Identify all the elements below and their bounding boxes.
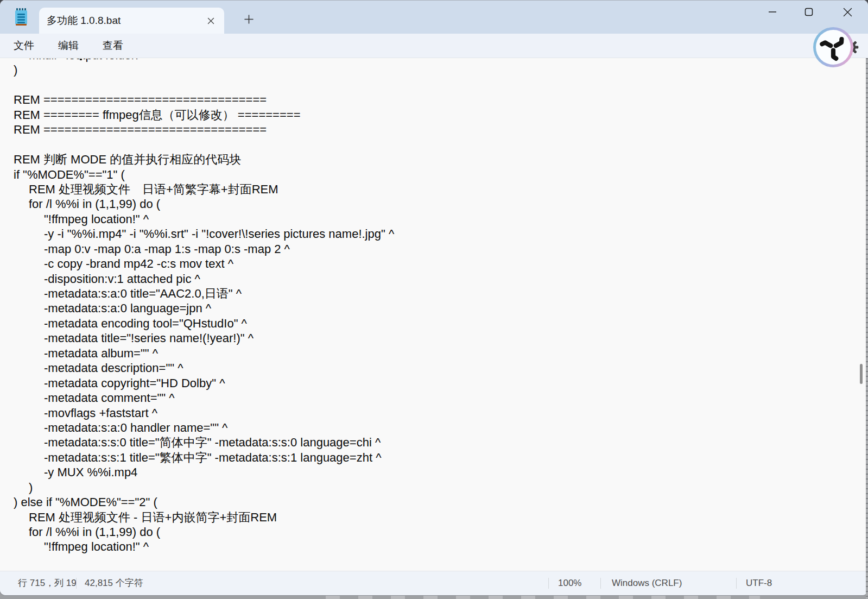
code-line: ): [0, 62, 868, 77]
code-line: -map 0:v -map 0:a -map 1:s -map 0:s -map…: [0, 242, 868, 256]
code-line: -metadata album="" ^: [0, 346, 868, 361]
window-controls: [760, 0, 868, 24]
code-line: REM ================================: [0, 92, 868, 107]
scrollbar-thumb[interactable]: [860, 364, 863, 384]
code-line: -metadata:s:a:0 handler name="" ^: [0, 420, 868, 435]
code-line: "!ffmpeg location!" ^: [0, 212, 868, 226]
cursor-position: 行 715，列 19: [18, 571, 77, 595]
code-line: -y MUX %%i.mp4: [0, 465, 868, 480]
code-line: if "%MODE%"=="1" (: [0, 167, 868, 182]
tab-title: 多功能 1.0.8.bat: [47, 8, 121, 34]
code-line: -metadata title="!series name!(!year!)" …: [0, 331, 868, 345]
code-line: mkdir "!output folder!": [0, 59, 868, 62]
line-ending[interactable]: Windows (CRLF): [612, 571, 682, 595]
code-line: for /l %%i in (1,1,99) do (: [0, 525, 868, 539]
minimize-button[interactable]: [760, 0, 785, 24]
code-line: ): [0, 480, 868, 495]
close-button[interactable]: [835, 0, 860, 24]
char-count: 42,815 个字符: [85, 571, 143, 595]
menu-item-file[interactable]: 文件: [14, 39, 34, 53]
maximize-button[interactable]: [796, 0, 821, 24]
code-line: -movflags +faststart ^: [0, 406, 868, 420]
code-line: [0, 137, 868, 152]
code-line: -c copy -brand mp42 -c:s mov text ^: [0, 256, 868, 271]
code-line: REM ======== ffmpeg信息（可以修改） =========: [0, 108, 868, 122]
code-lines: mkdir "!output folder!") REM ===========…: [0, 59, 868, 554]
code-line: -y -i "%%i.mp4" -i "%%i.srt" -i "!cover!…: [0, 226, 868, 241]
code-line: -metadata comment="" ^: [0, 390, 868, 405]
code-line: REM 处理视频文件 - 日语+内嵌简字+封面REM: [0, 510, 868, 525]
code-line: -metadata:s:s:0 title="简体中字" -metadata:s…: [0, 435, 868, 450]
code-line: -metadata:s:a:0 title="AAC2.0,日语" ^: [0, 286, 868, 301]
statusbar-divider: [736, 578, 737, 589]
plus-icon: [244, 15, 254, 24]
background-window-edge: [866, 58, 868, 599]
code-line: REM 判断 MODE 的值并执行相应的代码块: [0, 152, 868, 167]
desktop-background: 多功能 1.0.8.bat: [0, 0, 868, 599]
close-icon: [843, 8, 852, 17]
code-line: -metadata description="" ^: [0, 361, 868, 375]
statusbar-divider: [76, 578, 77, 589]
statusbar: 行 715，列 19 42,815 个字符 100% Windows (CRLF…: [0, 571, 868, 595]
maximize-icon: [804, 8, 813, 16]
notepad-window: 多功能 1.0.8.bat: [0, 0, 868, 595]
code-line: -metadata:s:a:0 language=jpn ^: [0, 301, 868, 316]
recorder-logo-overlay[interactable]: [813, 27, 853, 67]
code-line: REM 处理视频文件 日语+简繁字幕+封面REM: [0, 182, 868, 197]
document-tab[interactable]: 多功能 1.0.8.bat: [39, 8, 224, 34]
code-line: REM ================================: [0, 122, 868, 137]
menu-item-edit[interactable]: 编辑: [58, 39, 79, 53]
code-line: -metadata:s:s:1 title="繁体中字" -metadata:s…: [0, 450, 868, 465]
code-line: ) else if "%MODE%"=="2" (: [0, 495, 868, 509]
zoom-level[interactable]: 100%: [558, 571, 581, 595]
triskelion-logo-icon: [819, 33, 847, 61]
code-line: "!ffmpeg location!" ^: [0, 539, 868, 554]
menubar: 文件 编辑 查看: [0, 34, 868, 58]
background-window-bottom: [326, 596, 760, 599]
clipped-line-fragment: [80, 59, 82, 60]
code-line: -disposition:v:1 attached pic ^: [0, 272, 868, 286]
statusbar-divider: [600, 578, 601, 589]
tab-close-button[interactable]: [204, 14, 218, 28]
editor-area[interactable]: mkdir "!output folder!") REM ===========…: [0, 59, 868, 571]
code-line: -metadata copyright="HD Dolby" ^: [0, 376, 868, 390]
menu-item-view[interactable]: 查看: [103, 39, 123, 53]
close-icon: [207, 17, 214, 24]
code-line: -metadata encoding tool="QHstudIo" ^: [0, 316, 868, 331]
encoding[interactable]: UTF-8: [746, 571, 772, 595]
code-line: for /l %%i in (1,1,99) do (: [0, 197, 868, 211]
new-tab-button[interactable]: [239, 9, 258, 29]
titlebar[interactable]: 多功能 1.0.8.bat: [0, 0, 868, 34]
code-line: [0, 78, 868, 92]
minimize-icon: [768, 8, 777, 16]
statusbar-divider: [548, 578, 549, 589]
notepad-icon: [14, 8, 28, 26]
